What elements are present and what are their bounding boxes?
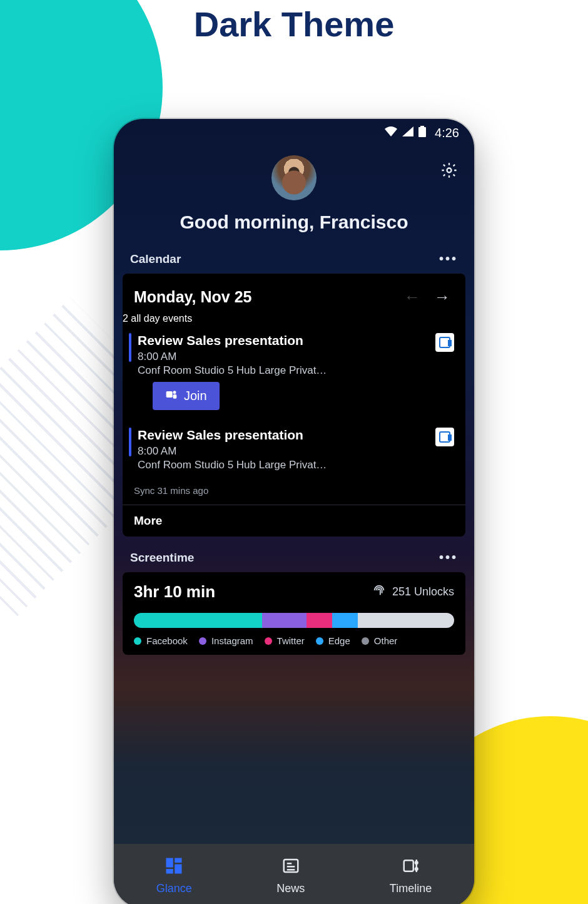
svg-rect-5 [173,394,177,399]
event-title: Review Sales presentation [138,428,454,443]
outlook-icon [435,428,454,446]
calendar-event[interactable]: Review Sales presentation 8:00 AM Conf R… [123,419,465,480]
calendar-event[interactable]: Review Sales presentation 8:00 AM Conf R… [123,324,465,419]
event-time: 8:00 AM [138,351,454,363]
nav-timeline[interactable]: Timeline [390,856,432,895]
screen-content: Good morning, Francisco Calendar ••• Mon… [114,146,474,844]
screentime-legend: FacebookInstagramTwitterEdgeOther [134,635,454,646]
calendar-allday: 2 all day events [123,313,465,324]
calendar-prev-button[interactable]: ← [400,285,424,309]
legend-label: Facebook [146,635,188,646]
legend-label: Other [374,635,398,646]
screentime-segment-instagram [262,613,307,628]
screentime-more-menu[interactable]: ••• [439,550,458,565]
svg-point-2 [447,168,452,173]
legend-dot [134,637,141,645]
svg-point-17 [415,868,417,870]
svg-rect-3 [166,391,173,398]
screentime-label: Screentime [130,551,194,565]
svg-point-4 [173,391,176,394]
avatar[interactable] [271,155,317,200]
unlocks-label: 251 Unlocks [392,585,454,598]
event-title: Review Sales presentation [138,333,454,348]
nav-label: News [276,882,305,895]
event-location: Conf Room Studio 5 Hub Large Privat… [138,364,400,377]
legend-item-instagram: Instagram [199,635,253,646]
calendar-next-button[interactable]: → [430,285,454,309]
outlook-icon [435,333,454,352]
legend-item-other: Other [362,635,398,646]
timeline-icon [402,856,420,878]
calendar-date: Monday, Nov 25 [134,288,394,306]
status-time: 4:26 [435,126,459,140]
legend-dot [199,637,206,645]
svg-rect-0 [418,127,426,137]
svg-rect-7 [175,858,182,863]
glance-icon [165,856,183,878]
svg-point-16 [415,861,417,864]
screentime-card[interactable]: 3hr 10 min 251 Unlocks FacebookInstagram… [123,572,465,655]
join-label: Join [184,389,207,403]
svg-rect-6 [166,858,173,868]
teams-icon [165,388,178,404]
screentime-segment-facebook [134,613,262,628]
bottom-nav: Glance News Timeline [114,844,474,904]
wifi-icon [385,126,397,139]
screentime-segment-twitter [307,613,332,628]
svg-rect-9 [166,869,173,874]
legend-dot [265,637,272,645]
event-location: Conf Room Studio 5 Hub Large Privat… [138,459,400,471]
fingerprint-icon [372,583,386,600]
legend-label: Instagram [211,635,253,646]
legend-item-facebook: Facebook [134,635,188,646]
calendar-card: Monday, Nov 25 ← → 2 all day events Revi… [123,274,465,537]
nav-glance[interactable]: Glance [156,856,192,895]
promo-bg-white [488,38,588,213]
legend-label: Edge [328,635,350,646]
nav-label: Glance [156,882,192,895]
promo-title: Dark Theme [0,4,588,44]
nav-label: Timeline [390,882,432,895]
screentime-section-header: Screentime ••• [114,550,474,572]
svg-rect-8 [175,865,182,874]
screentime-segment-edge [332,613,358,628]
greeting-text: Good morning, Francisco [114,212,474,233]
calendar-label: Calendar [130,252,181,266]
calendar-more-button[interactable]: More [123,505,465,537]
calendar-section-header: Calendar ••• [114,252,474,274]
join-button[interactable]: Join [153,382,220,410]
status-bar: 4:26 [114,119,474,146]
event-time: 8:00 AM [138,445,454,458]
news-icon [281,856,300,878]
legend-label: Twitter [277,635,305,646]
legend-dot [362,637,369,645]
settings-button[interactable] [440,162,458,182]
legend-item-edge: Edge [316,635,350,646]
svg-rect-14 [403,860,413,871]
phone-frame: 4:26 Good morning, Francisco Calendar ••… [114,119,474,904]
screentime-unlocks: 251 Unlocks [372,583,454,600]
signal-icon [402,126,413,139]
battery-icon [418,126,426,140]
calendar-more-menu[interactable]: ••• [439,252,458,266]
legend-dot [316,637,323,645]
gear-icon [440,170,458,181]
screentime-bar [134,613,454,628]
screentime-duration: 3hr 10 min [134,582,215,602]
calendar-sync-status: Sync 31 mins ago [123,480,465,505]
nav-news[interactable]: News [276,856,305,895]
svg-rect-1 [420,126,424,127]
legend-item-twitter: Twitter [265,635,305,646]
screentime-segment-other [358,613,454,628]
